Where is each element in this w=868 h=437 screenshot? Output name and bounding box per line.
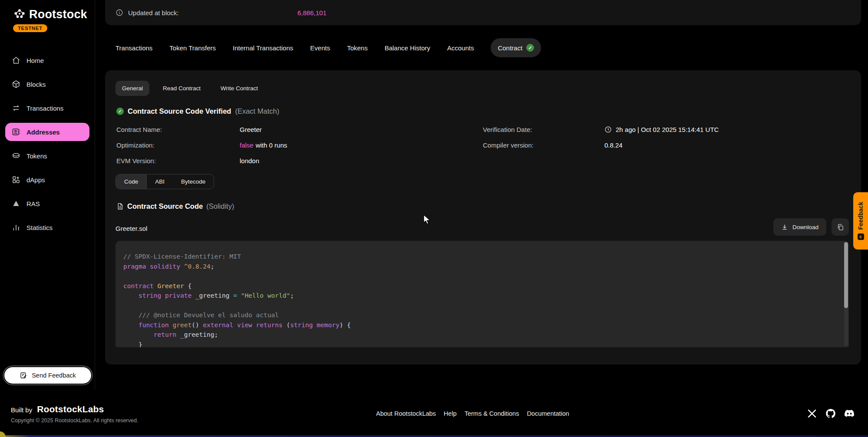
sidebar: Rootstock TESTNET Home Blocks Transactio…: [0, 0, 95, 389]
evm-version-label: EVM Version:: [116, 157, 240, 164]
download-button[interactable]: Download: [773, 218, 826, 236]
tab-label: Tokens: [347, 44, 368, 52]
clock-icon: [604, 126, 612, 133]
latest-block-number[interactable]: 6,886,101: [297, 9, 327, 16]
source-file-name: Greeter.sol: [116, 225, 147, 236]
copy-icon: [837, 223, 844, 231]
tab-label: Balance History: [385, 44, 430, 52]
footer-gradient-strip: [0, 435, 868, 437]
sidebar-item-label: dApps: [26, 176, 45, 184]
verified-title: Contract Source Code Verified: [128, 107, 231, 115]
tab-label: Events: [310, 44, 330, 52]
footer-company[interactable]: RootstockLabs: [37, 404, 104, 414]
sidebar-item-label: Blocks: [26, 81, 46, 88]
file-row: Greeter.sol Download: [116, 218, 849, 236]
download-icon: [781, 223, 788, 230]
ras-icon: [12, 199, 20, 208]
source-code-heading: Contract Source Code (Solidity): [116, 202, 849, 210]
copy-source-button[interactable]: [832, 218, 849, 236]
subtab-read-contract[interactable]: Read Contract: [156, 81, 207, 96]
tab-token-transfers[interactable]: Token Transfers ✓: [169, 38, 216, 57]
footer-corner-decoration: [0, 430, 7, 437]
discord-icon[interactable]: [844, 408, 855, 419]
sidebar-item-label: Tokens: [26, 152, 47, 160]
main-content: Updated at block: 6,886,101 Transactions…: [96, 0, 868, 365]
x-twitter-icon[interactable]: [806, 408, 818, 419]
brand-block[interactable]: Rootstock TESTNET: [0, 0, 95, 32]
sidebar-item-label: Addresses: [26, 128, 60, 136]
sidebar-nav: Home Blocks Transactions Addresses Token…: [0, 51, 95, 237]
source-language: (Solidity): [206, 202, 234, 210]
verified-check-icon: ✓: [116, 108, 124, 115]
contract-name-value: Greeter: [240, 126, 483, 133]
updated-block-bar: Updated at block: 6,886,101: [105, 0, 861, 25]
sidebar-item-blocks[interactable]: Blocks: [5, 75, 89, 93]
sidebar-item-dapps[interactable]: dApps: [5, 171, 89, 189]
source-code-text: // SPDX-License-Identifier: MITpragma so…: [123, 252, 838, 347]
tab-accounts[interactable]: Accounts ✓: [447, 38, 474, 57]
sidebar-item-tokens[interactable]: Tokens: [5, 147, 89, 165]
verified-banner: ✓ Contract Source Code Verified (Exact M…: [116, 107, 849, 115]
addresses-icon: [12, 128, 20, 136]
rootstock-explorer-page: Rootstock TESTNET Home Blocks Transactio…: [0, 0, 868, 437]
tab-events[interactable]: Events ✓: [310, 38, 330, 57]
subtab-write-contract[interactable]: Write Contract: [214, 81, 264, 96]
sidebar-item-addresses[interactable]: Addresses: [5, 123, 89, 141]
contract-verified-check-icon: ✓: [526, 44, 534, 52]
testnet-badge: TESTNET: [13, 24, 47, 32]
tab-label: Internal Transactions: [233, 44, 293, 52]
feedback-side-tab[interactable]: Feedback c: [853, 192, 868, 250]
address-tab-bar: Transactions ✓ Token Transfers ✓ Interna…: [116, 38, 868, 57]
tab-internal-transactions[interactable]: Internal Transactions ✓: [233, 38, 293, 57]
sidebar-item-ras[interactable]: RAS: [5, 194, 89, 213]
footer-link-about-rootstocklabs[interactable]: About RootstockLabs: [376, 410, 436, 417]
sidebar-item-label: Transactions: [26, 105, 63, 112]
edit-feedback-icon: [20, 371, 27, 379]
tab-balance-history[interactable]: Balance History ✓: [385, 38, 430, 57]
sidebar-item-transactions[interactable]: Transactions: [5, 99, 89, 117]
transactions-icon: [12, 104, 20, 112]
footer-links: About RootstockLabsHelpTerms & Condition…: [376, 410, 569, 417]
sidebar-item-label: RAS: [26, 200, 40, 207]
send-feedback-button[interactable]: Send Feedback: [4, 367, 91, 384]
rootstock-logo-icon: [13, 8, 26, 21]
footer-link-help[interactable]: Help: [444, 410, 457, 417]
home-icon: [12, 56, 20, 65]
footer-link-terms-conditions[interactable]: Terms & Conditions: [465, 410, 519, 417]
compiler-version-value: 0.8.24: [604, 141, 849, 149]
info-icon: [116, 9, 123, 16]
contract-subtab-bar: General Read Contract Write Contract: [116, 81, 849, 96]
footer: Built by RootstockLabs Copyright © 2025 …: [0, 389, 868, 437]
file-icon: [116, 203, 124, 210]
feedback-icon: c: [858, 233, 864, 240]
verification-date-value: 2h ago | Oct 02 2025 15:14:41 UTC: [604, 126, 849, 133]
contract-info-grid: Contract Name: Greeter Verification Date…: [116, 126, 849, 164]
code-toggle-abi[interactable]: ABI: [147, 174, 173, 189]
github-icon[interactable]: [825, 408, 836, 419]
footer-link-documentation[interactable]: Documentation: [527, 410, 569, 417]
sidebar-item-home[interactable]: Home: [5, 51, 89, 69]
code-view-toggle: Code ABI Bytecode: [116, 174, 214, 189]
verification-date-label: Verification Date:: [483, 126, 604, 133]
code-toggle-bytecode[interactable]: Bytecode: [173, 174, 214, 189]
tab-contract[interactable]: Contract ✓: [491, 38, 541, 57]
code-toggle-code[interactable]: Code: [116, 174, 147, 189]
tab-label: Token Transfers: [169, 44, 216, 52]
tab-label: Accounts: [447, 44, 474, 52]
tab-tokens[interactable]: Tokens ✓: [347, 38, 368, 57]
optimization-label: Optimization:: [116, 141, 240, 149]
source-code-viewer[interactable]: // SPDX-License-Identifier: MITpragma so…: [116, 241, 849, 347]
sidebar-item-label: Statistics: [26, 224, 53, 231]
verified-match-type: (Exact Match): [235, 107, 279, 115]
contract-name-label: Contract Name:: [116, 126, 240, 133]
optimization-value: false with 0 runs: [240, 141, 483, 149]
sidebar-item-statistics[interactable]: Statistics: [5, 218, 89, 237]
tab-transactions[interactable]: Transactions ✓: [116, 38, 152, 57]
dapps-icon: [12, 175, 20, 184]
code-scrollbar-thumb[interactable]: [844, 242, 848, 308]
subtab-general[interactable]: General: [116, 81, 149, 96]
copyright: Copyright © 2025 RootstockLabs. All righ…: [11, 417, 138, 424]
statistics-icon: [12, 223, 20, 232]
sidebar-item-label: Home: [26, 57, 44, 64]
blocks-icon: [12, 80, 20, 89]
